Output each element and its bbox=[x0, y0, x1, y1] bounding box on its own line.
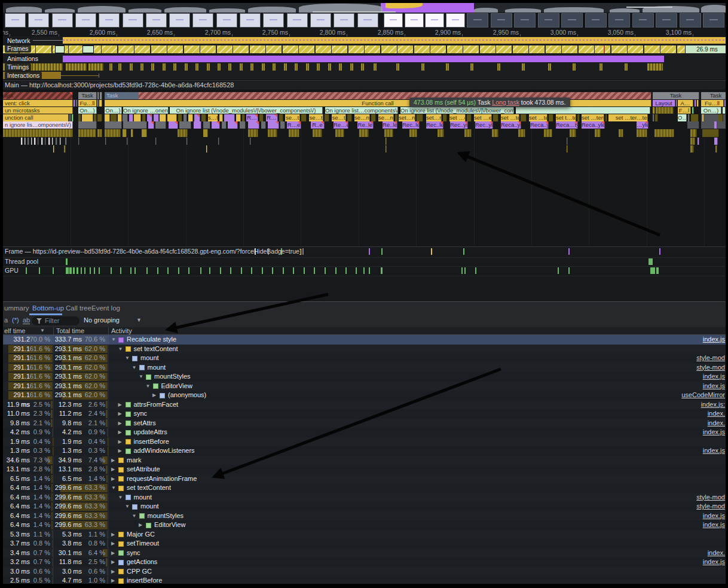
flame-bar[interactable] bbox=[325, 114, 329, 121]
table-row[interactable]: 34.6 ms7.3 %34.9 ms7.4 %▶mark bbox=[3, 456, 726, 465]
column-total-time[interactable]: Total time bbox=[56, 327, 84, 334]
flame-bar[interactable] bbox=[212, 121, 220, 129]
flame-bar[interactable] bbox=[134, 114, 141, 121]
flame-bar[interactable] bbox=[34, 138, 36, 145]
source-link[interactable]: index.js bbox=[703, 520, 725, 530]
activity-label[interactable]: EditorView bbox=[161, 382, 192, 391]
flame-bar[interactable] bbox=[74, 100, 75, 107]
flame-bar[interactable]: Task bbox=[701, 92, 726, 99]
flame-bar[interactable] bbox=[637, 129, 647, 137]
flame-bar[interactable]: ask bbox=[3, 92, 73, 99]
flame-bar[interactable] bbox=[201, 114, 206, 121]
expand-arrow-icon[interactable]: ▶ bbox=[111, 539, 115, 549]
column-activity[interactable]: Activity bbox=[111, 327, 132, 334]
flame-bar[interactable] bbox=[21, 138, 23, 145]
tooltip-long-task-link[interactable]: Long task bbox=[492, 99, 519, 106]
filmstrip-thumbnail[interactable] bbox=[263, 13, 284, 28]
tab-summary[interactable]: ummary bbox=[4, 304, 29, 312]
flame-bar[interactable] bbox=[129, 114, 133, 121]
flame-bar[interactable] bbox=[123, 129, 127, 137]
flame-bar[interactable]: Re..le bbox=[383, 121, 397, 129]
flame-bar[interactable] bbox=[167, 114, 177, 121]
source-link[interactable]: index.js bbox=[703, 557, 725, 567]
source-link[interactable]: style-mod bbox=[696, 502, 725, 511]
flame-bar[interactable] bbox=[492, 129, 498, 137]
match-whole-word-icon[interactable]: ab bbox=[23, 316, 30, 324]
flame-bar[interactable]: se…nt bbox=[354, 114, 370, 121]
flame-bar[interactable] bbox=[188, 114, 193, 121]
flame-bar[interactable]: Rec..le bbox=[402, 121, 420, 129]
expand-arrow-icon[interactable]: ▶ bbox=[111, 549, 115, 558]
flame-bar[interactable] bbox=[218, 138, 219, 145]
column-self-time[interactable]: elf time bbox=[4, 327, 25, 334]
filmstrip-thumbnail[interactable] bbox=[99, 13, 120, 28]
flame-bar[interactable] bbox=[701, 121, 726, 129]
flame-bar[interactable] bbox=[78, 138, 79, 145]
activity-label[interactable]: mark bbox=[127, 456, 141, 465]
filmstrip-thumbnail[interactable] bbox=[538, 13, 559, 28]
flame-bar[interactable] bbox=[653, 107, 655, 114]
activity-label[interactable]: getActions bbox=[127, 557, 157, 567]
activity-label[interactable]: sync bbox=[134, 409, 148, 419]
flame-bar[interactable] bbox=[409, 129, 417, 137]
flame-bar[interactable]: O… bbox=[678, 114, 687, 121]
expand-arrow-icon[interactable]: ▶ bbox=[111, 567, 115, 577]
flame-bar[interactable]: se…t bbox=[309, 114, 323, 121]
gpu-track[interactable]: GPU bbox=[3, 266, 726, 276]
flame-bar[interactable]: …tent bbox=[637, 114, 648, 121]
expand-arrow-icon[interactable]: ▶ bbox=[152, 391, 156, 400]
flame-bar[interactable]: set …tent bbox=[529, 114, 547, 121]
filmstrip-thumbnail[interactable] bbox=[632, 13, 654, 28]
cpu-overview-strip[interactable] bbox=[3, 3, 726, 13]
flame-bar[interactable] bbox=[97, 100, 99, 107]
flame-bar[interactable] bbox=[521, 114, 527, 121]
flame-bar[interactable] bbox=[567, 145, 568, 153]
source-link[interactable]: index. bbox=[708, 419, 725, 428]
flame-bar[interactable] bbox=[544, 129, 552, 137]
flame-bar[interactable]: Rec..le bbox=[426, 121, 443, 129]
flame-bar[interactable] bbox=[301, 114, 307, 121]
flame-bar[interactable] bbox=[82, 114, 93, 121]
flame-bar[interactable] bbox=[45, 138, 46, 145]
table-row[interactable]: 3.0 ms0.6 %3.0 ms0.6 %▶CPP GC bbox=[3, 567, 726, 577]
filmstrip-thumbnail[interactable] bbox=[334, 13, 354, 28]
flame-bar[interactable] bbox=[60, 138, 61, 145]
table-row[interactable]: 3.4 ms0.7 %30.1 ms6.4 %▶syncindex. bbox=[3, 549, 726, 558]
flame-bar[interactable]: F…l bbox=[678, 107, 691, 114]
thread-pool-track[interactable]: Thread pool bbox=[3, 257, 726, 267]
table-row[interactable]: 6.5 ms1.4 %6.5 ms1.4 %▶requestAnimationF… bbox=[3, 474, 726, 484]
flame-bar[interactable] bbox=[186, 138, 188, 145]
flame-bar[interactable]: Task bbox=[78, 92, 97, 99]
flame-bar[interactable]: set…nt bbox=[399, 114, 415, 121]
flame-bar[interactable] bbox=[714, 138, 718, 145]
filmstrip-thumbnail[interactable] bbox=[287, 13, 308, 28]
flame-bar[interactable] bbox=[692, 107, 694, 114]
flame-bar[interactable]: set …ent bbox=[474, 114, 492, 121]
flame-bar[interactable]: Reca..yle bbox=[530, 121, 549, 129]
flame-bar[interactable] bbox=[99, 100, 102, 107]
table-row[interactable]: 291.1 ms61.6 %293.1 ms62.0 %▶(anonymous)… bbox=[3, 391, 726, 400]
flame-bar[interactable] bbox=[261, 121, 266, 129]
flame-bar[interactable]: On ignore list…components\/) bbox=[325, 107, 398, 114]
flame-bar[interactable] bbox=[105, 114, 110, 121]
flame-bar[interactable] bbox=[97, 92, 99, 99]
expand-arrow-icon[interactable]: ▶ bbox=[111, 474, 115, 484]
source-link[interactable]: index.js: bbox=[701, 400, 725, 410]
source-link[interactable]: index.js bbox=[703, 335, 725, 345]
activity-label[interactable]: mountStyles bbox=[154, 372, 191, 382]
flame-bar[interactable]: On ignore list (\/node_modules\/|\/bower… bbox=[400, 107, 514, 114]
flame-bar[interactable]: Reca..yle bbox=[501, 121, 521, 129]
expand-arrow-icon[interactable]: ▶ bbox=[118, 437, 122, 447]
activity-label[interactable]: insertBefore bbox=[134, 437, 169, 447]
filmstrip-thumbnail[interactable] bbox=[310, 13, 331, 28]
activity-label[interactable]: updateAttrs bbox=[134, 428, 167, 437]
flame-bar[interactable] bbox=[236, 114, 241, 121]
network-request-bar[interactable] bbox=[63, 37, 726, 44]
collapse-arrow-icon[interactable]: ▼ bbox=[118, 345, 123, 354]
flame-bar[interactable] bbox=[690, 145, 694, 153]
flame-bar[interactable]: A… bbox=[678, 100, 693, 107]
expand-arrow-icon[interactable]: ▶ bbox=[118, 428, 122, 437]
flame-bar[interactable] bbox=[619, 129, 623, 137]
table-row[interactable]: 1.3 ms0.3 %1.3 ms0.3 %▶addWindowListener… bbox=[3, 446, 726, 456]
flame-bar[interactable] bbox=[691, 114, 699, 121]
